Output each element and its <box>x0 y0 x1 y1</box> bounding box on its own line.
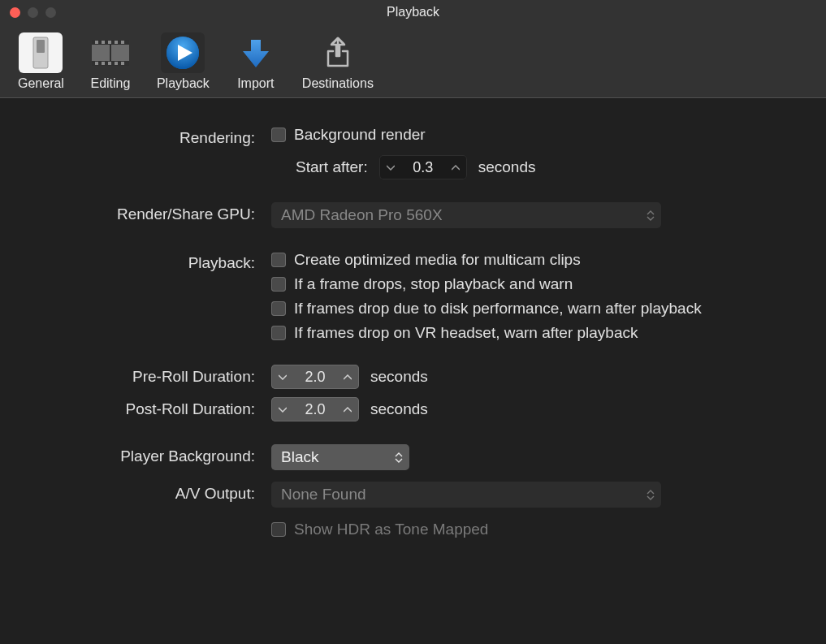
chevron-up-icon[interactable] <box>336 397 359 421</box>
tab-label: Editing <box>90 76 130 91</box>
chevron-updown-icon <box>647 482 655 508</box>
tab-editing[interactable]: Editing <box>85 31 136 93</box>
zoom-icon[interactable] <box>45 7 56 18</box>
checkbox-label: If frames drop due to disk performance, … <box>294 300 702 318</box>
label-postroll: Post-Roll Duration: <box>19 397 255 418</box>
label-rendering: Rendering: <box>19 126 255 147</box>
checkbox-icon <box>271 253 286 267</box>
checkbox-vr-warn[interactable]: If frames drop on VR headset, warn after… <box>271 324 807 342</box>
select-gpu[interactable]: AMD Radeon Pro 560X <box>271 202 661 228</box>
select-value: AMD Radeon Pro 560X <box>281 206 443 224</box>
chevron-down-icon[interactable] <box>379 155 402 179</box>
stepper-value: 0.3 <box>402 159 444 176</box>
checkbox-label: Background render <box>294 126 426 144</box>
switch-icon <box>19 32 63 73</box>
row-player-bg: Player Background: Black <box>19 444 807 470</box>
row-postroll: Post-Roll Duration: 2.0 seconds <box>19 397 807 421</box>
stepper-start-after[interactable]: 0.3 <box>379 155 467 179</box>
download-arrow-icon <box>234 32 278 73</box>
svg-rect-1 <box>37 40 45 53</box>
checkbox-label: Create optimized media for multicam clip… <box>294 251 581 269</box>
checkbox-label: If a frame drops, stop playback and warn <box>294 275 573 293</box>
start-after-group: Start after: 0.3 seconds <box>271 155 807 179</box>
tab-label: General <box>18 76 64 91</box>
svg-rect-10 <box>95 62 98 65</box>
label-player-bg: Player Background: <box>19 444 255 465</box>
select-value: Black <box>281 448 318 466</box>
label-playback: Playback: <box>19 251 255 272</box>
checkbox-icon <box>271 522 286 537</box>
checkbox-disk-warn[interactable]: If frames drop due to disk performance, … <box>271 300 807 318</box>
row-preroll: Pre-Roll Duration: 2.0 seconds <box>19 365 807 389</box>
row-playback: Playback: Create optimized media for mul… <box>19 251 807 342</box>
checkbox-label: If frames drop on VR headset, warn after… <box>294 324 638 342</box>
svg-rect-15 <box>110 45 111 61</box>
chevron-down-icon[interactable] <box>271 365 294 389</box>
row-gpu: Render/Share GPU: AMD Radeon Pro 560X <box>19 202 807 228</box>
checkbox-label: Show HDR as Tone Mapped <box>294 521 488 538</box>
row-av-output: A/V Output: None Found Show HDR as Tone … <box>19 482 807 538</box>
checkbox-icon <box>271 326 286 340</box>
unit-seconds: seconds <box>370 368 428 386</box>
filmstrip-icon <box>89 32 132 73</box>
checkbox-icon <box>271 128 286 142</box>
svg-rect-13 <box>115 62 118 65</box>
checkbox-optimized-media[interactable]: Create optimized media for multicam clip… <box>271 251 807 269</box>
minimize-icon[interactable] <box>28 7 38 18</box>
window-title: Playback <box>0 5 826 19</box>
chevron-updown-icon <box>395 444 403 470</box>
tab-destinations[interactable]: Destinations <box>299 31 377 93</box>
tab-general[interactable]: General <box>15 31 67 93</box>
tab-label: Playback <box>157 76 210 91</box>
checkbox-hdr-tone-map: Show HDR as Tone Mapped <box>271 521 807 538</box>
checkbox-frame-drop-stop[interactable]: If a frame drops, stop playback and warn <box>271 275 807 293</box>
unit-seconds: seconds <box>370 400 428 418</box>
svg-rect-6 <box>102 41 105 44</box>
select-value: None Found <box>281 486 366 504</box>
tab-label: Destinations <box>302 76 374 91</box>
stepper-value: 2.0 <box>294 369 336 386</box>
chevron-up-icon[interactable] <box>336 365 359 389</box>
share-icon <box>316 32 360 73</box>
preferences-toolbar: General Editing <box>0 24 826 98</box>
select-av-output[interactable]: None Found <box>271 482 661 508</box>
svg-rect-8 <box>115 41 118 44</box>
chevron-up-icon[interactable] <box>444 155 467 179</box>
svg-rect-12 <box>108 62 111 65</box>
select-player-bg[interactable]: Black <box>271 444 409 470</box>
label-preroll: Pre-Roll Duration: <box>19 365 255 386</box>
unit-seconds: seconds <box>478 158 536 176</box>
stepper-postroll[interactable]: 2.0 <box>271 397 359 421</box>
stepper-value: 2.0 <box>294 401 336 418</box>
tab-import[interactable]: Import <box>231 31 281 93</box>
row-rendering: Rendering: Background render Start after… <box>19 126 807 179</box>
svg-rect-9 <box>121 41 124 44</box>
svg-rect-14 <box>121 62 124 65</box>
preferences-content: Rendering: Background render Start after… <box>0 98 826 566</box>
svg-rect-11 <box>102 62 105 65</box>
play-icon <box>161 32 205 73</box>
svg-rect-5 <box>95 41 98 44</box>
checkbox-icon <box>271 277 286 292</box>
tab-label: Import <box>237 76 274 91</box>
label-start-after: Start after: <box>296 158 368 176</box>
label-gpu: Render/Share GPU: <box>19 202 255 223</box>
label-av-output: A/V Output: <box>19 482 255 503</box>
svg-rect-7 <box>108 41 111 44</box>
checkbox-icon <box>271 301 286 316</box>
titlebar: Playback <box>0 0 826 24</box>
close-icon[interactable] <box>10 7 20 18</box>
chevron-down-icon[interactable] <box>271 397 294 421</box>
stepper-preroll[interactable]: 2.0 <box>271 365 359 389</box>
chevron-updown-icon <box>647 202 655 228</box>
checkbox-background-render[interactable]: Background render <box>271 126 807 144</box>
window-controls <box>0 7 56 18</box>
tab-playback[interactable]: Playback <box>154 31 213 93</box>
